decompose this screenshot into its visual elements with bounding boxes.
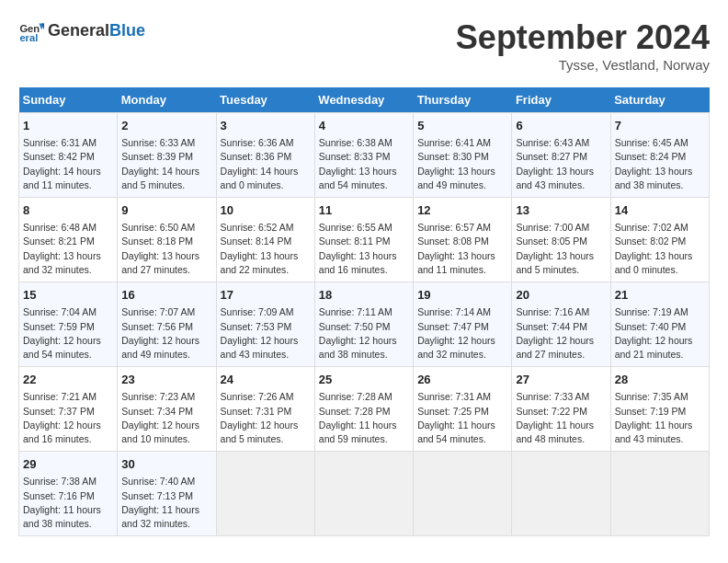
- calendar-day-cell: [512, 452, 610, 536]
- logo: Gen eral GeneralBlue: [18, 18, 145, 44]
- logo-text: GeneralBlue: [48, 22, 145, 40]
- day-info: Sunrise: 7:38 AM Sunset: 7:16 PM Dayligh…: [23, 475, 113, 531]
- day-number: 14: [615, 202, 705, 219]
- day-info: Sunrise: 6:50 AM Sunset: 8:18 PM Dayligh…: [121, 221, 211, 277]
- month-title: September 2024: [456, 18, 710, 57]
- day-info: Sunrise: 6:45 AM Sunset: 8:24 PM Dayligh…: [615, 136, 705, 192]
- day-info: Sunrise: 7:19 AM Sunset: 7:40 PM Dayligh…: [615, 305, 705, 362]
- day-number: 16: [121, 287, 211, 304]
- calendar-table: SundayMondayTuesdayWednesdayThursdayFrid…: [18, 87, 710, 536]
- calendar-day-cell: 4Sunrise: 6:38 AM Sunset: 8:33 PM Daylig…: [314, 113, 413, 198]
- day-info: Sunrise: 6:33 AM Sunset: 8:39 PM Dayligh…: [121, 136, 211, 192]
- day-info: Sunrise: 7:23 AM Sunset: 7:34 PM Dayligh…: [121, 390, 211, 446]
- calendar-day-cell: 11Sunrise: 6:55 AM Sunset: 8:11 PM Dayli…: [314, 198, 413, 282]
- calendar-day-cell: 24Sunrise: 7:26 AM Sunset: 7:31 PM Dayli…: [216, 367, 314, 452]
- day-info: Sunrise: 7:28 AM Sunset: 7:28 PM Dayligh…: [319, 390, 409, 446]
- page-header: Gen eral GeneralBlue September 2024 Tyss…: [18, 18, 710, 73]
- day-number: 15: [23, 287, 113, 304]
- calendar-week-row: 29Sunrise: 7:38 AM Sunset: 7:16 PM Dayli…: [19, 452, 710, 536]
- day-number: 2: [121, 118, 211, 134]
- day-number: 1: [23, 118, 113, 134]
- calendar-day-cell: 10Sunrise: 6:52 AM Sunset: 8:14 PM Dayli…: [216, 198, 314, 282]
- day-info: Sunrise: 7:16 AM Sunset: 7:44 PM Dayligh…: [516, 305, 606, 362]
- calendar-day-cell: 1Sunrise: 6:31 AM Sunset: 8:42 PM Daylig…: [19, 113, 118, 198]
- calendar-day-cell: 9Sunrise: 6:50 AM Sunset: 8:18 PM Daylig…: [118, 198, 216, 282]
- day-info: Sunrise: 7:35 AM Sunset: 7:19 PM Dayligh…: [615, 390, 705, 446]
- calendar-day-cell: 28Sunrise: 7:35 AM Sunset: 7:19 PM Dayli…: [610, 367, 709, 452]
- day-of-week-header: Friday: [512, 87, 610, 113]
- day-info: Sunrise: 7:40 AM Sunset: 7:13 PM Dayligh…: [121, 475, 211, 531]
- calendar-day-cell: 14Sunrise: 7:02 AM Sunset: 8:02 PM Dayli…: [610, 198, 709, 282]
- calendar-day-cell: 2Sunrise: 6:33 AM Sunset: 8:39 PM Daylig…: [118, 113, 216, 198]
- day-info: Sunrise: 7:33 AM Sunset: 7:22 PM Dayligh…: [516, 390, 606, 446]
- calendar-week-row: 1Sunrise: 6:31 AM Sunset: 8:42 PM Daylig…: [19, 113, 710, 198]
- day-number: 25: [319, 372, 409, 388]
- day-info: Sunrise: 6:52 AM Sunset: 8:14 PM Dayligh…: [221, 221, 311, 277]
- day-number: 26: [417, 372, 507, 388]
- day-of-week-header: Monday: [118, 87, 216, 113]
- calendar-day-cell: [610, 452, 709, 536]
- day-number: 5: [417, 118, 507, 134]
- day-number: 20: [516, 287, 606, 304]
- day-number: 11: [319, 202, 409, 219]
- calendar-day-cell: 15Sunrise: 7:04 AM Sunset: 7:59 PM Dayli…: [19, 282, 118, 367]
- day-info: Sunrise: 7:00 AM Sunset: 8:05 PM Dayligh…: [516, 221, 606, 277]
- calendar-day-cell: [216, 452, 314, 536]
- calendar-day-cell: 17Sunrise: 7:09 AM Sunset: 7:53 PM Dayli…: [216, 282, 314, 367]
- calendar-day-cell: 5Sunrise: 6:41 AM Sunset: 8:30 PM Daylig…: [414, 113, 512, 198]
- day-of-week-header: Sunday: [19, 87, 118, 113]
- calendar-day-cell: 26Sunrise: 7:31 AM Sunset: 7:25 PM Dayli…: [414, 367, 512, 452]
- day-number: 13: [516, 202, 606, 219]
- day-info: Sunrise: 7:14 AM Sunset: 7:47 PM Dayligh…: [417, 305, 507, 362]
- calendar-week-row: 22Sunrise: 7:21 AM Sunset: 7:37 PM Dayli…: [19, 367, 710, 452]
- calendar-day-cell: 18Sunrise: 7:11 AM Sunset: 7:50 PM Dayli…: [314, 282, 413, 367]
- calendar-day-cell: 8Sunrise: 6:48 AM Sunset: 8:21 PM Daylig…: [19, 198, 118, 282]
- calendar-day-cell: 3Sunrise: 6:36 AM Sunset: 8:36 PM Daylig…: [216, 113, 314, 198]
- day-info: Sunrise: 6:41 AM Sunset: 8:30 PM Dayligh…: [417, 136, 507, 192]
- day-number: 12: [417, 202, 507, 219]
- day-info: Sunrise: 6:48 AM Sunset: 8:21 PM Dayligh…: [23, 221, 113, 277]
- calendar-day-cell: 19Sunrise: 7:14 AM Sunset: 7:47 PM Dayli…: [414, 282, 512, 367]
- day-number: 23: [121, 372, 211, 388]
- calendar-day-cell: 20Sunrise: 7:16 AM Sunset: 7:44 PM Dayli…: [512, 282, 610, 367]
- calendar-day-cell: 13Sunrise: 7:00 AM Sunset: 8:05 PM Dayli…: [512, 198, 610, 282]
- calendar-day-cell: 21Sunrise: 7:19 AM Sunset: 7:40 PM Dayli…: [610, 282, 709, 367]
- calendar-day-cell: 25Sunrise: 7:28 AM Sunset: 7:28 PM Dayli…: [314, 367, 413, 452]
- calendar-day-cell: 23Sunrise: 7:23 AM Sunset: 7:34 PM Dayli…: [118, 367, 216, 452]
- calendar-day-cell: 30Sunrise: 7:40 AM Sunset: 7:13 PM Dayli…: [118, 452, 216, 536]
- day-info: Sunrise: 6:57 AM Sunset: 8:08 PM Dayligh…: [417, 221, 507, 277]
- calendar-day-cell: 12Sunrise: 6:57 AM Sunset: 8:08 PM Dayli…: [414, 198, 512, 282]
- day-number: 19: [417, 287, 507, 304]
- day-of-week-header: Tuesday: [216, 87, 314, 113]
- day-number: 17: [221, 287, 311, 304]
- calendar-week-row: 15Sunrise: 7:04 AM Sunset: 7:59 PM Dayli…: [19, 282, 710, 367]
- calendar-day-cell: 7Sunrise: 6:45 AM Sunset: 8:24 PM Daylig…: [610, 113, 709, 198]
- day-info: Sunrise: 7:07 AM Sunset: 7:56 PM Dayligh…: [121, 305, 211, 362]
- day-number: 4: [319, 118, 409, 134]
- day-number: 8: [23, 202, 113, 219]
- day-info: Sunrise: 7:04 AM Sunset: 7:59 PM Dayligh…: [23, 305, 113, 362]
- day-number: 21: [615, 287, 705, 304]
- calendar-day-cell: 6Sunrise: 6:43 AM Sunset: 8:27 PM Daylig…: [512, 113, 610, 198]
- logo-icon: Gen eral: [18, 18, 44, 44]
- day-number: 27: [516, 372, 606, 388]
- day-number: 10: [221, 202, 311, 219]
- day-number: 7: [615, 118, 705, 134]
- day-info: Sunrise: 7:31 AM Sunset: 7:25 PM Dayligh…: [417, 390, 507, 446]
- day-number: 22: [23, 372, 113, 388]
- day-number: 9: [121, 202, 211, 219]
- day-info: Sunrise: 6:31 AM Sunset: 8:42 PM Dayligh…: [23, 136, 113, 192]
- day-info: Sunrise: 7:02 AM Sunset: 8:02 PM Dayligh…: [615, 221, 705, 277]
- calendar-day-cell: 22Sunrise: 7:21 AM Sunset: 7:37 PM Dayli…: [19, 367, 118, 452]
- day-of-week-header: Wednesday: [314, 87, 413, 113]
- day-info: Sunrise: 6:38 AM Sunset: 8:33 PM Dayligh…: [319, 136, 409, 192]
- calendar-week-row: 8Sunrise: 6:48 AM Sunset: 8:21 PM Daylig…: [19, 198, 710, 282]
- calendar-day-cell: 16Sunrise: 7:07 AM Sunset: 7:56 PM Dayli…: [118, 282, 216, 367]
- calendar-day-cell: [314, 452, 413, 536]
- calendar-day-cell: [414, 452, 512, 536]
- calendar-day-cell: 27Sunrise: 7:33 AM Sunset: 7:22 PM Dayli…: [512, 367, 610, 452]
- day-number: 3: [221, 118, 311, 134]
- day-of-week-header: Thursday: [414, 87, 512, 113]
- day-number: 18: [319, 287, 409, 304]
- day-number: 28: [615, 372, 705, 388]
